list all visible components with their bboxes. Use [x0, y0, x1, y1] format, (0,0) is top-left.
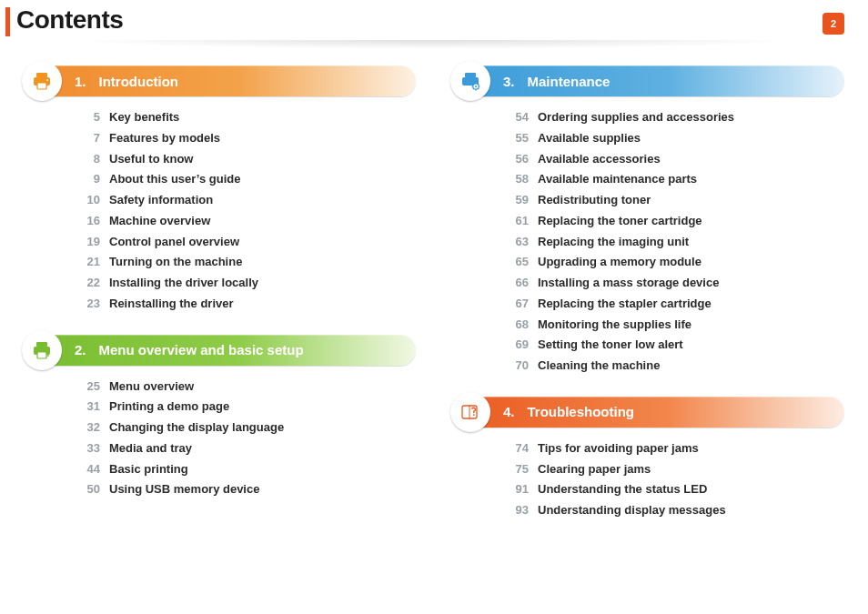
toc-page-number: 68: [509, 315, 529, 336]
toc-list: 54Ordering supplies and accessories55Ava…: [452, 96, 844, 377]
toc-item-label: Useful to know: [109, 149, 193, 170]
toc-item[interactable]: 8Useful to know: [80, 149, 416, 170]
toc-page-number: 9: [80, 169, 100, 190]
toc-page-number: 61: [509, 211, 529, 232]
toc-item[interactable]: 33Media and tray: [80, 438, 416, 459]
header: Contents 2: [0, 0, 868, 40]
section-header[interactable]: 2.Menu overview and basic setup: [24, 335, 416, 366]
toc-item-label: Available supplies: [538, 128, 641, 149]
toc-page-number: 58: [509, 169, 529, 190]
section-number: 3.: [503, 74, 515, 89]
toc-item[interactable]: 75Clearing paper jams: [509, 459, 844, 480]
toc-item[interactable]: 68Monitoring the supplies life: [509, 315, 844, 336]
toc-page-number: 50: [80, 479, 100, 500]
toc-section: 3.Maintenance54Ordering supplies and acc…: [452, 65, 844, 377]
toc-item[interactable]: 32Changing the display language: [80, 418, 416, 438]
toc-item-label: Printing a demo page: [109, 397, 229, 418]
troubleshoot-icon: [450, 392, 490, 432]
printer-gear-icon: [450, 61, 490, 101]
toc-item[interactable]: 16Machine overview: [80, 211, 416, 232]
toc-item[interactable]: 67Replacing the stapler cartridge: [509, 294, 844, 315]
toc-item-label: Replacing the imaging unit: [538, 232, 689, 253]
toc-page-number: 93: [509, 500, 529, 521]
toc-item[interactable]: 56Available accessories: [509, 149, 844, 170]
toc-section: 1.Introduction5Key benefits7Features by …: [24, 65, 416, 315]
toc-item-label: Safety information: [109, 190, 213, 211]
toc-page-number: 32: [80, 418, 100, 438]
toc-item[interactable]: 66Installing a mass storage device: [509, 273, 844, 294]
toc-item[interactable]: 55Available supplies: [509, 128, 844, 149]
toc-item[interactable]: 93Understanding display messages: [509, 500, 844, 521]
section-number: 1.: [75, 74, 86, 89]
toc-item-label: Understanding the status LED: [538, 479, 707, 500]
section-title: Maintenance: [528, 74, 611, 89]
toc-item[interactable]: 19Control panel overview: [80, 232, 416, 253]
toc-item[interactable]: 10Safety information: [80, 190, 416, 211]
toc-list: 25Menu overview31Printing a demo page32C…: [24, 366, 416, 501]
toc-item-label: Available accessories: [538, 149, 661, 170]
accent-bar: [5, 7, 10, 36]
toc-item[interactable]: 91Understanding the status LED: [509, 479, 844, 500]
section-header[interactable]: 3.Maintenance: [452, 65, 844, 96]
toc-page-number: 16: [80, 211, 100, 232]
toc-item[interactable]: 5Key benefits: [80, 107, 416, 128]
toc-item[interactable]: 61Replacing the toner cartridge: [509, 211, 844, 232]
toc-item[interactable]: 54Ordering supplies and accessories: [509, 107, 844, 128]
printer-setup-icon: [22, 330, 62, 370]
section-title: Troubleshooting: [528, 404, 635, 419]
toc-item-label: Setting the toner low alert: [538, 335, 683, 356]
toc-item[interactable]: 63Replacing the imaging unit: [509, 232, 844, 253]
toc-item[interactable]: 65Upgrading a memory module: [509, 252, 844, 273]
toc-item[interactable]: 70Cleaning the machine: [509, 356, 844, 377]
toc-page-number: 31: [80, 397, 100, 418]
toc-item[interactable]: 74Tips for avoiding paper jams: [509, 438, 844, 459]
toc-page-number: 56: [509, 149, 529, 170]
toc-item[interactable]: 21Turning on the machine: [80, 252, 416, 273]
toc-item-label: Machine overview: [109, 211, 210, 232]
toc-item[interactable]: 31Printing a demo page: [80, 397, 416, 418]
toc-page-number: 65: [509, 252, 529, 273]
toc-item-label: Clearing paper jams: [538, 459, 651, 480]
printer-icon: [22, 61, 62, 101]
toc-page-number: 19: [80, 232, 100, 253]
section-header[interactable]: 4.Troubleshooting: [452, 397, 844, 428]
toc-page-number: 44: [80, 459, 100, 480]
toc-item[interactable]: 59Redistributing toner: [509, 190, 844, 211]
toc-page-number: 10: [80, 190, 100, 211]
toc-item-label: Reinstalling the driver: [109, 294, 234, 315]
toc-item[interactable]: 50Using USB memory device: [80, 479, 416, 500]
toc-item-label: Replacing the toner cartridge: [538, 211, 702, 232]
toc-item-label: Turning on the machine: [109, 252, 242, 273]
toc-item[interactable]: 9About this user’s guide: [80, 169, 416, 190]
toc-item-label: Using USB memory device: [109, 479, 259, 500]
toc-page-number: 8: [80, 149, 100, 170]
toc-page-number: 21: [80, 252, 100, 273]
toc-item[interactable]: 44Basic printing: [80, 459, 416, 480]
toc-item[interactable]: 23Reinstalling the driver: [80, 294, 416, 315]
toc-page-number: 7: [80, 128, 100, 149]
toc-page-number: 25: [80, 377, 100, 398]
toc-page-number: 22: [80, 273, 100, 294]
toc-item-label: Control panel overview: [109, 232, 239, 253]
toc-item-label: Tips for avoiding paper jams: [538, 438, 699, 459]
toc-item[interactable]: 58Available maintenance parts: [509, 169, 844, 190]
column: 3.Maintenance54Ordering supplies and acc…: [452, 65, 844, 541]
section-title: Menu overview and basic setup: [99, 342, 304, 357]
toc-page-number: 75: [509, 459, 529, 480]
toc-item[interactable]: 22Installing the driver locally: [80, 273, 416, 294]
toc-item-label: About this user’s guide: [109, 169, 240, 190]
section-header[interactable]: 1.Introduction: [24, 65, 416, 96]
toc-page-number: 67: [509, 294, 529, 315]
toc-item-label: Cleaning the machine: [538, 356, 660, 377]
toc-item-label: Installing a mass storage device: [538, 273, 719, 294]
toc-item[interactable]: 25Menu overview: [80, 377, 416, 398]
toc-item-label: Basic printing: [109, 459, 188, 480]
toc-page-number: 54: [509, 107, 529, 128]
column: 1.Introduction5Key benefits7Features by …: [24, 65, 416, 541]
toc-section: 4.Troubleshooting74Tips for avoiding pap…: [452, 397, 844, 521]
toc-page-number: 69: [509, 335, 529, 356]
toc-item[interactable]: 69Setting the toner low alert: [509, 335, 844, 356]
toc-item-label: Menu overview: [109, 377, 194, 398]
toc-item[interactable]: 7Features by models: [80, 128, 416, 149]
toc-item-label: Upgrading a memory module: [538, 252, 701, 273]
